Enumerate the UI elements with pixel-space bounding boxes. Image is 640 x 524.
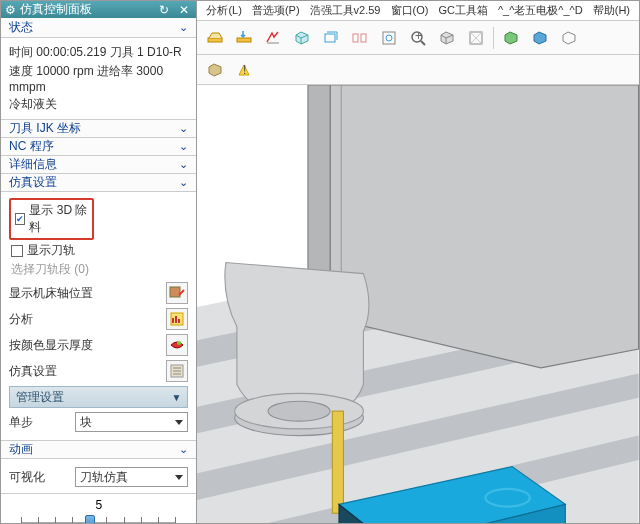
section-state-header[interactable]: 状态 ⌄ xyxy=(1,18,196,38)
svg-point-10 xyxy=(386,35,392,41)
right-pane: 分析(L) 普选项(P) 浩强工具v2.59 窗口(O) GC工具箱 ^_^老五… xyxy=(197,1,639,523)
panel-titlebar: ⚙ 仿真控制面板 ↻ ✕ xyxy=(1,1,196,18)
section-anim-header[interactable]: 动画⌄ xyxy=(1,441,196,459)
machine-pos-icon[interactable] xyxy=(166,282,188,304)
svg-rect-9 xyxy=(383,32,395,44)
single-step-select[interactable]: 块 xyxy=(75,412,188,432)
tb-icon-10[interactable] xyxy=(464,26,488,50)
section-simset-header[interactable]: 仿真设置⌄ xyxy=(1,174,196,192)
label-show-3d: 显示 3D 除料 xyxy=(29,202,88,236)
tb-icon-6[interactable] xyxy=(348,26,372,50)
slider-thumb[interactable] xyxy=(85,515,95,523)
row-visual: 可视化 刀轨仿真 xyxy=(9,467,188,487)
state-time: 时间 00:00:05.219 刀具 1 D10-R xyxy=(9,44,188,61)
menu-window[interactable]: 窗口(O) xyxy=(388,3,432,18)
analysis-icon[interactable] xyxy=(166,308,188,330)
chevron-down-icon: ⌄ xyxy=(179,21,188,34)
manage-settings-button[interactable]: 管理设置▼ xyxy=(9,386,188,408)
chevron-down-icon: ⌄ xyxy=(179,443,188,456)
chevron-down-icon: ⌄ xyxy=(179,140,188,153)
tb-icon-9[interactable] xyxy=(435,26,459,50)
menu-analysis[interactable]: 分析(L) xyxy=(203,3,244,18)
tb2-icon-1[interactable] xyxy=(203,58,227,82)
label-select-path: 选择刀轨段 (0) xyxy=(11,261,188,278)
row-machine-pos: 显示机床轴位置 xyxy=(9,282,188,304)
svg-rect-4 xyxy=(208,38,222,42)
tb2-icon-2[interactable]: ! xyxy=(232,58,256,82)
state-coolant: 冷却液关 xyxy=(9,96,188,113)
menubar: 分析(L) 普选项(P) 浩强工具v2.59 窗口(O) GC工具箱 ^_^老五… xyxy=(197,1,639,21)
tb-icon-11[interactable] xyxy=(499,26,523,50)
tb-icon-4[interactable] xyxy=(290,26,314,50)
highlight-show-3d: 显示 3D 除料 xyxy=(9,198,94,240)
visual-select[interactable]: 刀轨仿真 xyxy=(75,467,188,487)
tb-icon-12[interactable] xyxy=(528,26,552,50)
simsetting-icon[interactable] xyxy=(166,360,188,382)
chevron-down-icon xyxy=(175,475,183,480)
section-simset-body: 显示 3D 除料 显示刀轨 选择刀轨段 (0) 显示机床轴位置 分析 按颜色显示… xyxy=(1,192,196,441)
svg-point-25 xyxy=(268,401,330,421)
svg-rect-6 xyxy=(325,34,335,42)
row-simsetting: 仿真设置 xyxy=(9,360,188,382)
row-analysis: 分析 xyxy=(9,308,188,330)
section-anim-body: 可视化 刀轨仿真 xyxy=(1,459,196,494)
section-nc-header[interactable]: NC 程序⌄ xyxy=(1,138,196,156)
menu-haoqiang[interactable]: 浩强工具v2.59 xyxy=(307,3,384,18)
svg-point-2 xyxy=(177,341,181,345)
chevron-down-icon: ⌄ xyxy=(179,158,188,171)
svg-marker-20 xyxy=(331,85,639,368)
row-single-step: 单步 块 xyxy=(9,412,188,432)
toolbar: + xyxy=(197,21,639,55)
menu-laowu[interactable]: ^_^老五电极^_^D xyxy=(495,3,586,18)
speed-slider-area: 5 速度 1 10 xyxy=(1,494,196,523)
tb-icon-13[interactable] xyxy=(557,26,581,50)
checkbox-show-3d[interactable] xyxy=(15,213,25,225)
menu-prefs[interactable]: 普选项(P) xyxy=(249,3,303,18)
svg-rect-5 xyxy=(237,38,251,42)
row-thickness: 按颜色显示厚度 xyxy=(9,334,188,356)
3d-viewport[interactable] xyxy=(197,85,639,523)
thickness-icon[interactable] xyxy=(166,334,188,356)
tb-icon-3[interactable] xyxy=(261,26,285,50)
svg-text:+: + xyxy=(415,29,422,43)
speed-center-label: 5 xyxy=(9,498,188,512)
toolbar-2: ! xyxy=(197,55,639,85)
svg-rect-0 xyxy=(170,287,180,297)
chevron-down-icon: ⌄ xyxy=(179,122,188,135)
svg-rect-8 xyxy=(361,34,366,42)
panel-title: 仿真控制面板 xyxy=(20,1,152,18)
tb-icon-2[interactable] xyxy=(232,26,256,50)
svg-rect-7 xyxy=(353,34,358,42)
state-speed: 速度 10000 rpm 进给率 3000 mmpm xyxy=(9,63,188,94)
section-state: 状态 ⌄ 时间 00:00:05.219 刀具 1 D10-R 速度 10000… xyxy=(1,18,196,120)
refresh-icon[interactable]: ↻ xyxy=(156,2,172,18)
close-icon[interactable]: ✕ xyxy=(176,2,192,18)
svg-text:!: ! xyxy=(243,63,246,77)
section-detail-header[interactable]: 详细信息⌄ xyxy=(1,156,196,174)
menu-help[interactable]: 帮助(H) xyxy=(590,3,633,18)
section-ijk-header[interactable]: 刀具 IJK 坐标⌄ xyxy=(1,120,196,138)
tb-icon-7[interactable] xyxy=(377,26,401,50)
svg-rect-26 xyxy=(333,411,344,513)
chevron-down-icon: ⌄ xyxy=(179,176,188,189)
tb-icon-5[interactable] xyxy=(319,26,343,50)
tb-icon-8[interactable]: + xyxy=(406,26,430,50)
menu-gctool[interactable]: GC工具箱 xyxy=(435,3,491,18)
tb-icon-1[interactable] xyxy=(203,26,227,50)
label-show-path: 显示刀轨 xyxy=(27,242,75,259)
chevron-down-icon xyxy=(175,420,183,425)
gear-icon: ⚙ xyxy=(5,3,16,17)
speed-slider[interactable] xyxy=(21,514,176,523)
checkbox-show-path[interactable] xyxy=(11,245,23,257)
sim-control-panel: ⚙ 仿真控制面板 ↻ ✕ 状态 ⌄ 时间 00:00:05.219 刀具 1 D… xyxy=(1,1,197,523)
